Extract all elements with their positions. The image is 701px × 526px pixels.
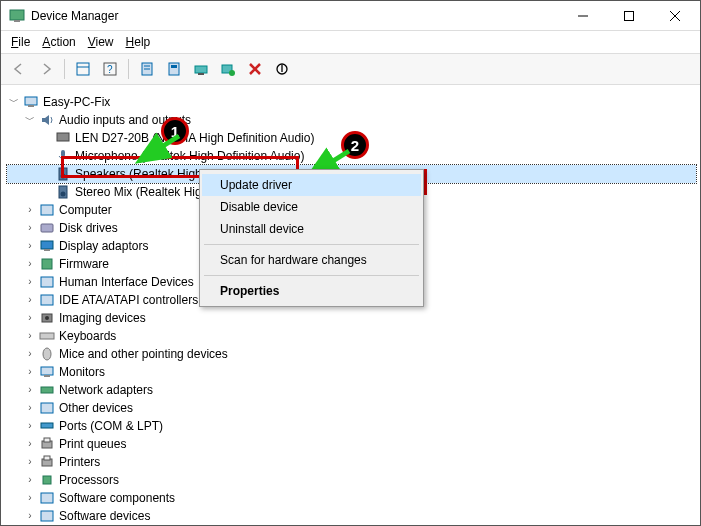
tree-category[interactable]: ›Imaging devices (7, 309, 696, 327)
hid-icon (39, 274, 55, 290)
menu-action[interactable]: Action (42, 35, 75, 49)
forward-button[interactable] (34, 57, 58, 81)
expand-icon[interactable]: › (23, 309, 37, 327)
menu-view[interactable]: View (88, 35, 114, 49)
toolbar-separator (64, 59, 65, 79)
tree-category[interactable]: ›Mice and other pointing devices (7, 345, 696, 363)
svg-rect-41 (41, 387, 53, 393)
tree-category-audio[interactable]: ﹀ Audio inputs and outputs (7, 111, 696, 129)
svg-rect-43 (41, 423, 53, 428)
tree-category-label: Keyboards (59, 327, 116, 345)
show-hide-button[interactable] (71, 57, 95, 81)
svg-rect-30 (41, 241, 53, 249)
svg-rect-34 (41, 295, 53, 305)
svg-rect-47 (44, 456, 50, 460)
expand-icon[interactable]: › (23, 273, 37, 291)
tree-category-label: Human Interface Devices (59, 273, 194, 291)
svg-rect-31 (44, 249, 50, 251)
ctx-update-driver[interactable]: Update driver (202, 174, 421, 196)
scan-hardware-button[interactable] (216, 57, 240, 81)
tree-category[interactable]: ›Keyboards (7, 327, 696, 345)
ctx-separator (204, 244, 419, 245)
tree-category-label: Software devices (59, 507, 150, 523)
expand-icon[interactable]: › (23, 219, 37, 237)
back-button[interactable] (7, 57, 31, 81)
tree-category-label: Ports (COM & LPT) (59, 417, 163, 435)
tree-item-label: Microphone (Realtek High Definition Audi… (75, 147, 304, 165)
ctx-uninstall-device[interactable]: Uninstall device (202, 218, 421, 240)
tree-category[interactable]: ›Monitors (7, 363, 696, 381)
tree-category[interactable]: ›Network adapters (7, 381, 696, 399)
tree-category-label: Network adapters (59, 381, 153, 399)
maximize-button[interactable] (606, 1, 652, 31)
computer-icon (39, 202, 55, 218)
svg-point-38 (43, 348, 51, 360)
minimize-button[interactable] (560, 1, 606, 31)
svg-rect-16 (198, 73, 204, 75)
tree-category-label: Monitors (59, 363, 105, 381)
uninstall-button[interactable] (243, 57, 267, 81)
speaker-icon (55, 130, 71, 146)
microphone-icon (55, 148, 71, 164)
menu-bar: File Action View Help (1, 31, 700, 53)
tree-category[interactable]: ›Print queues (7, 435, 696, 453)
tree-category-label: Printers (59, 453, 100, 471)
tree-category[interactable]: ›Ports (COM & LPT) (7, 417, 696, 435)
expand-icon[interactable]: › (23, 399, 37, 417)
tree-category-label: Other devices (59, 399, 133, 417)
tree-device-item[interactable]: Microphone (Realtek High Definition Audi… (7, 147, 696, 165)
menu-file[interactable]: File (11, 35, 30, 49)
help-topic-button[interactable]: ? (98, 57, 122, 81)
speaker-icon (55, 166, 71, 182)
ctx-disable-device[interactable]: Disable device (202, 196, 421, 218)
context-menu: Update driver Disable device Uninstall d… (199, 169, 424, 307)
properties-button[interactable] (135, 57, 159, 81)
tree-category[interactable]: ›Software devices (7, 507, 696, 523)
svg-rect-6 (77, 63, 89, 75)
disable-button[interactable] (270, 57, 294, 81)
expand-icon[interactable]: › (23, 453, 37, 471)
tree-category-label: Imaging devices (59, 309, 146, 327)
expand-icon[interactable]: › (23, 507, 37, 523)
expand-icon[interactable]: › (23, 363, 37, 381)
tree-root[interactable]: ﹀ Easy-PC-Fix (7, 93, 696, 111)
menu-help[interactable]: Help (126, 35, 151, 49)
expand-icon[interactable]: › (23, 345, 37, 363)
properties-alt-button[interactable] (162, 57, 186, 81)
collapse-icon[interactable]: ﹀ (23, 111, 37, 129)
disk-icon (39, 220, 55, 236)
tree-category[interactable]: ›Processors (7, 471, 696, 489)
expand-icon[interactable]: › (23, 327, 37, 345)
title-bar: Device Manager (1, 1, 700, 31)
tree-category-label: Processors (59, 471, 119, 489)
computer-icon (23, 94, 39, 110)
svg-rect-42 (41, 403, 53, 413)
close-button[interactable] (652, 1, 698, 31)
tree-category[interactable]: ›Printers (7, 453, 696, 471)
svg-point-27 (61, 192, 66, 197)
ctx-separator (204, 275, 419, 276)
expand-icon[interactable]: › (23, 237, 37, 255)
expand-icon[interactable]: › (23, 489, 37, 507)
tree-category[interactable]: ›Other devices (7, 399, 696, 417)
expand-icon[interactable]: › (23, 471, 37, 489)
expand-icon[interactable]: › (23, 255, 37, 273)
expand-icon[interactable]: › (23, 201, 37, 219)
tree-category[interactable]: ›Software components (7, 489, 696, 507)
sw-icon (39, 508, 55, 523)
ctx-scan-hardware[interactable]: Scan for hardware changes (202, 249, 421, 271)
svg-rect-1 (14, 20, 20, 22)
tree-category-label: Disk drives (59, 219, 118, 237)
update-driver-button[interactable] (189, 57, 213, 81)
collapse-icon[interactable]: ﹀ (7, 93, 21, 111)
svg-rect-40 (44, 375, 50, 377)
expand-icon[interactable]: › (23, 381, 37, 399)
expand-icon[interactable]: › (23, 291, 37, 309)
expand-icon[interactable]: › (23, 435, 37, 453)
svg-line-5 (670, 11, 680, 21)
expand-icon[interactable]: › (23, 417, 37, 435)
tree-category-label: Display adaptors (59, 237, 148, 255)
tree-device-item[interactable]: LEN D27-20B (NVIDIA High Definition Audi… (7, 129, 696, 147)
ctx-properties[interactable]: Properties (202, 280, 421, 302)
cpu-icon (39, 472, 55, 488)
